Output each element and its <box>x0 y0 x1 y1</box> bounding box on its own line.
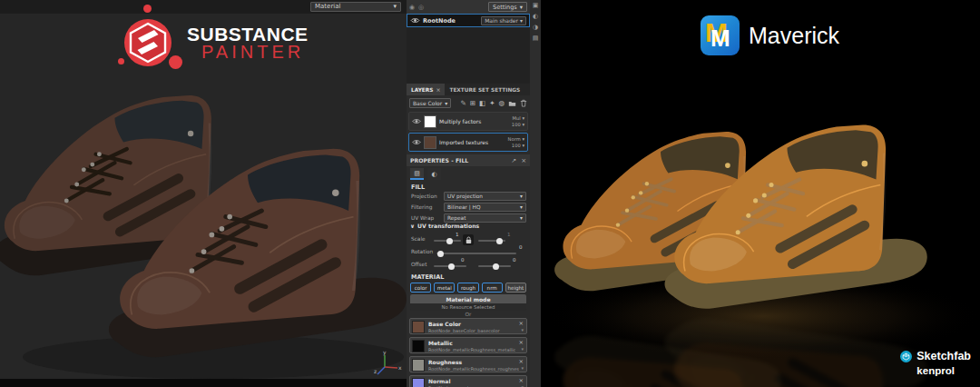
remove-resource-icon[interactable]: × <box>519 320 524 327</box>
logo-dot <box>143 5 152 13</box>
tab-layers[interactable]: LAYERS × <box>407 84 445 95</box>
opacity-dropdown[interactable]: 100 ▾ <box>512 143 524 148</box>
scale-u-slider[interactable] <box>434 240 461 242</box>
add-mask-icon[interactable]: ◍ <box>498 99 505 107</box>
resource-card-normal[interactable]: Normal RootNode_normal × ▾ <box>409 375 527 387</box>
paint-tool-icon[interactable]: ✎ <box>460 99 466 107</box>
dock-log-icon[interactable]: ▤ <box>533 35 539 42</box>
lock-icon[interactable] <box>463 234 474 245</box>
layer-row-imported-textures[interactable]: Imported textures Norm ▾ 100 ▾ <box>408 133 528 152</box>
close-icon[interactable]: × <box>521 157 526 164</box>
dark-sneaker-pair-model[interactable] <box>0 80 407 387</box>
tan-sneaker-pair-render <box>541 55 980 387</box>
sketchfab-icon <box>900 351 912 362</box>
eye-icon[interactable] <box>410 17 420 24</box>
add-fill-layer-icon[interactable]: ◧ <box>479 99 485 107</box>
uv-transformations-header[interactable]: ∨ UV transformations <box>410 223 479 229</box>
rotation-row: Rotation 0 <box>411 245 526 258</box>
remove-resource-icon[interactable]: × <box>519 377 524 384</box>
properties-title: PROPERTIES - FILL <box>410 157 468 164</box>
uv-wrap-row: UV Wrap Repeat▾ <box>411 213 526 223</box>
folder-icon[interactable] <box>508 100 516 107</box>
channel-color-button[interactable]: color <box>410 283 431 293</box>
close-icon[interactable]: × <box>436 86 440 93</box>
chevron-down-icon: ▾ <box>520 4 523 11</box>
tab-tss-label: TEXTURE SET SETTINGS <box>449 87 520 93</box>
blend-mode-dropdown[interactable]: Norm ▾ <box>508 136 524 142</box>
chevron-down-icon[interactable]: ▾ <box>521 327 524 332</box>
maverick-render-view: M M Maverick Sketchfab kenprol <box>541 0 980 387</box>
chevron-down-icon: ▾ <box>520 215 523 221</box>
offset-u-value: 0 <box>461 257 465 263</box>
channel-height-button[interactable]: height <box>505 283 526 293</box>
material-subtab[interactable]: ◐ <box>427 168 441 180</box>
rotation-slider[interactable] <box>436 253 516 254</box>
uv-wrap-select[interactable]: Repeat▾ <box>444 213 526 223</box>
dock-shelf-icon[interactable]: ◐ <box>533 14 538 20</box>
resource-name: Normal <box>428 378 450 384</box>
eye-icon[interactable] <box>412 139 421 145</box>
scale-v-slider[interactable] <box>478 240 505 242</box>
filtering-select[interactable]: Bilinear | HQ▾ <box>444 203 526 212</box>
offset-label: Offset <box>411 262 426 267</box>
solo-icon[interactable]: ◎ <box>418 4 424 11</box>
chevron-down-icon: ▾ <box>520 17 523 24</box>
substance-painter-viewport[interactable]: Material ▾ SUBSTANCE PAINTER y x z <box>0 0 407 387</box>
opacity-dropdown[interactable]: 100 ▾ <box>512 122 524 127</box>
chevron-down-icon: ▾ <box>520 204 523 210</box>
resource-card-base-color[interactable]: Base Color RootNode_baseColor_basecolor … <box>409 318 527 334</box>
chevron-down-icon[interactable]: ▾ <box>521 346 524 352</box>
projection-select[interactable]: UV projection▾ <box>444 192 526 201</box>
eye-icon[interactable] <box>412 118 421 124</box>
axis-gizmo[interactable]: y x z <box>372 349 403 380</box>
material-mode-hint: No Resource Selected <box>410 303 526 311</box>
dock-panel-icon[interactable]: ▣ <box>533 3 539 9</box>
add-effect-icon[interactable]: ✦ <box>489 99 495 107</box>
rotation-label: Rotation <box>411 249 433 254</box>
offset-u-slider[interactable] <box>434 265 466 267</box>
substance-painter-logo: SUBSTANCE PAINTER <box>100 0 336 80</box>
material-section-heading: MATERIAL <box>411 273 444 281</box>
screenshot-root: Material ▾ SUBSTANCE PAINTER y x z ◉ ◎ S <box>0 0 980 387</box>
fill-subtab[interactable]: ▨ <box>410 168 424 180</box>
trash-icon[interactable] <box>520 99 527 107</box>
material-mode-button[interactable]: Material mode <box>410 294 526 303</box>
logo-dot <box>118 58 124 64</box>
channel-filter-label: Base Color <box>413 100 442 106</box>
scale-row: Scale 1 1 <box>411 233 526 245</box>
remove-resource-icon[interactable]: × <box>519 358 524 365</box>
remove-resource-icon[interactable]: × <box>519 339 524 346</box>
chevron-down-icon[interactable]: ▾ <box>521 365 524 371</box>
visibility-icon[interactable]: ◉ <box>409 4 415 11</box>
axis-y-label: y <box>383 349 387 356</box>
resource-name: Roughness <box>428 359 462 365</box>
offset-row: Offset 0 0 <box>411 258 526 271</box>
offset-v-slider[interactable] <box>478 265 511 267</box>
popout-icon[interactable]: ↗ <box>511 157 516 164</box>
tab-texture-set-settings[interactable]: TEXTURE SET SETTINGS <box>445 84 524 95</box>
channel-metal-button[interactable]: metal <box>434 283 455 293</box>
channel-nrm-button[interactable]: nrm <box>482 283 503 293</box>
credit-user: kenprol <box>900 365 971 376</box>
texture-set-row[interactable]: RootNode Main shader ▾ <box>407 14 530 27</box>
channel-filter-dropdown[interactable]: Base Color ▾ <box>409 98 451 108</box>
channel-rough-button[interactable]: rough <box>457 283 478 293</box>
chevron-down-icon: ▾ <box>393 3 397 11</box>
panel-dock-strip: ▣ ◐ ◑ ▤ <box>530 0 541 387</box>
substance-s-icon <box>124 19 172 66</box>
blend-mode-dropdown[interactable]: Mul ▾ <box>513 115 524 121</box>
resource-card-metallic[interactable]: Metallic RootNode_metallicRoughness_meta… <box>409 337 527 353</box>
settings-label: Settings <box>493 4 517 11</box>
layer-row-multiply-factors[interactable]: Multiply factors Mul ▾ 100 ▾ <box>408 112 528 131</box>
main-shader-button[interactable]: Main shader ▾ <box>481 16 526 25</box>
resource-card-roughness[interactable]: Roughness RootNode_metallicRoughness_rou… <box>409 356 527 372</box>
properties-subtabs: ▨ ◐ <box>410 168 441 180</box>
panel-tabs: LAYERS × TEXTURE SET SETTINGS <box>407 84 530 95</box>
resource-thumbnail <box>412 321 425 333</box>
dock-history-icon[interactable]: ◑ <box>533 25 538 31</box>
uv-wrap-label: UV Wrap <box>411 215 444 221</box>
offset-v-value: 0 <box>513 257 516 263</box>
settings-button[interactable]: Settings ▾ <box>488 2 527 12</box>
add-layer-icon[interactable]: ⊞ <box>470 99 475 107</box>
maverick-wordmark: Maverick <box>749 23 839 49</box>
